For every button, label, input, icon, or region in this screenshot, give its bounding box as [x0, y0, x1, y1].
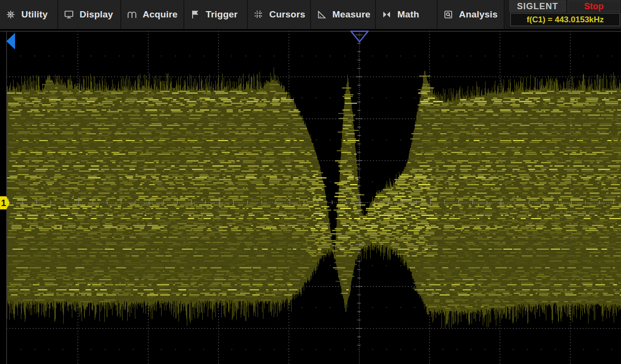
waveform-canvas[interactable]: [0, 29, 621, 364]
trigger-flag-icon: [190, 9, 200, 20]
menu-item-label: Display: [80, 9, 113, 20]
menu-item-label: Measure: [332, 9, 371, 20]
menu-item-trigger[interactable]: Trigger: [184, 0, 248, 29]
menu-item-label: Analysis: [459, 9, 498, 20]
menu-item-label: Utility: [21, 9, 48, 20]
channel-1-label: 1: [1, 198, 6, 208]
measure-triangle-icon: [316, 9, 327, 20]
menu-item-label: Cursors: [269, 9, 305, 20]
menu-item-math[interactable]: Math: [376, 0, 438, 29]
gear-icon: [5, 9, 16, 20]
display-icon: [64, 9, 74, 20]
menu-item-measure[interactable]: Measure: [311, 0, 376, 29]
menu-item-analysis[interactable]: Analysis: [438, 0, 505, 29]
brand-logo: SIGLENT: [509, 0, 566, 12]
acquisition-status-badge[interactable]: Stop: [568, 0, 620, 12]
menu-item-label: Acquire: [143, 9, 178, 20]
menu-item-utility[interactable]: Utility: [0, 0, 58, 29]
menu-item-cursors[interactable]: Cursors: [248, 0, 311, 29]
acquire-icon: [127, 9, 137, 20]
frequency-readout: f(C1) = 443.0153kHz: [510, 13, 620, 26]
menu-bar: Utility Display Acquire: [0, 0, 621, 29]
trigger-position-marker[interactable]: [350, 31, 369, 43]
cursors-grid-icon: [253, 9, 264, 20]
header-info: SIGLENT Stop f(C1) = 443.0153kHz: [505, 0, 621, 29]
waveform-display-area: 1: [0, 29, 621, 364]
analysis-magnifier-icon: [443, 9, 454, 20]
menu-item-label: Trigger: [206, 9, 238, 20]
menu-item-label: Math: [397, 9, 419, 20]
math-bowtie-icon: [381, 9, 392, 20]
menu-item-acquire[interactable]: Acquire: [121, 0, 184, 29]
oscilloscope-screen: Utility Display Acquire: [0, 0, 621, 364]
menu-item-display[interactable]: Display: [58, 0, 121, 29]
trigger-delay-arrow[interactable]: [6, 33, 15, 49]
